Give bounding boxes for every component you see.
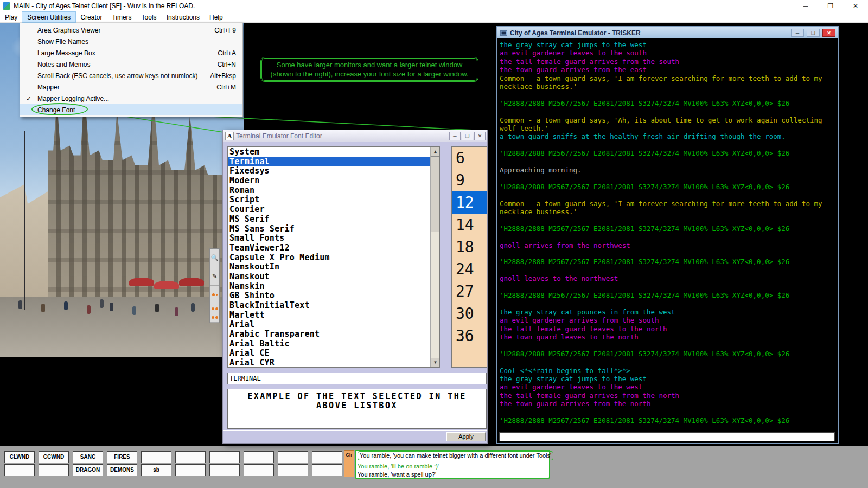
menu-item[interactable]: Creator bbox=[75, 12, 107, 22]
font-list-item[interactable]: NamskoutIn bbox=[228, 262, 430, 272]
macro-button[interactable] bbox=[4, 464, 35, 476]
font-list-item[interactable]: Arial Baltic bbox=[228, 339, 430, 349]
menu-item[interactable]: Timers bbox=[107, 12, 136, 22]
font-list-item[interactable]: TeamViewer12 bbox=[228, 243, 430, 253]
macro-button[interactable] bbox=[175, 451, 206, 463]
terminal-maximize-button[interactable]: ❐ bbox=[807, 29, 820, 37]
size-list-item[interactable]: 24 bbox=[452, 258, 487, 280]
size-list-item[interactable]: 12 bbox=[452, 191, 487, 214]
macro-button[interactable] bbox=[244, 464, 274, 476]
minimize-button[interactable]: ─ bbox=[793, 0, 818, 12]
macro-button[interactable]: CLWND bbox=[4, 451, 35, 463]
macro-button[interactable] bbox=[209, 451, 240, 463]
font-list-item[interactable]: MS Serif bbox=[228, 214, 430, 224]
macro-button[interactable] bbox=[312, 464, 342, 476]
font-list-item[interactable]: Capsule X Pro Medium bbox=[228, 253, 430, 262]
font-list-item[interactable]: GB Shinto bbox=[228, 291, 430, 300]
font-list-item[interactable]: Small Fonts bbox=[228, 233, 430, 243]
menu-entry[interactable]: Change Font bbox=[20, 104, 242, 115]
font-list-item[interactable]: Arial CE bbox=[228, 348, 430, 358]
menu-item[interactable]: Play bbox=[0, 12, 22, 22]
font-list-item[interactable]: Arabic Transparent bbox=[228, 329, 430, 339]
macro-button[interactable] bbox=[209, 464, 240, 476]
menu-item[interactable]: Instructions bbox=[162, 12, 205, 22]
terminal-input[interactable] bbox=[499, 432, 835, 441]
macro-button[interactable]: DEMONS bbox=[107, 464, 137, 476]
menu-entry[interactable]: Notes and Memos Ctrl+N bbox=[20, 59, 242, 70]
menu-bar: Play Screen Utilities Creator Timers Too… bbox=[0, 12, 868, 23]
palette-dots-grid[interactable] bbox=[210, 304, 219, 323]
font-list-item[interactable]: Courier bbox=[228, 204, 430, 214]
macro-button[interactable] bbox=[278, 451, 308, 463]
font-list-item[interactable]: Marlett bbox=[228, 310, 430, 320]
terminal-line: Common - a town guard says, 'I am foreve… bbox=[500, 200, 835, 208]
dialog-close-button[interactable]: ✕ bbox=[474, 132, 486, 140]
macro-button[interactable] bbox=[278, 464, 308, 476]
terminal-line: a town guard sniffs at the healthy fresh… bbox=[500, 132, 835, 140]
font-list-item[interactable]: BlackInitialText bbox=[228, 300, 430, 310]
terminal-line: the tall female guard leaves to the nort… bbox=[500, 325, 835, 333]
macro-button[interactable]: SANC bbox=[73, 451, 103, 463]
menu-item[interactable]: Help bbox=[205, 12, 228, 22]
font-list-item[interactable]: Roman bbox=[228, 185, 430, 195]
scroll-down-icon[interactable]: ▼ bbox=[431, 358, 440, 367]
font-list-item[interactable]: MS Sans Serif bbox=[228, 224, 430, 234]
macro-button[interactable] bbox=[244, 451, 274, 463]
apply-button[interactable]: Apply bbox=[446, 432, 486, 441]
size-list-item[interactable]: 36 bbox=[452, 325, 487, 347]
font-name-input[interactable] bbox=[227, 373, 487, 384]
menu-entry[interactable]: Large Message Box Ctrl+A bbox=[20, 47, 242, 59]
chat-message: You ramble, 'ill be on ramble :)' bbox=[358, 463, 547, 471]
macro-button-column: SANC DRAGON bbox=[73, 451, 103, 477]
menu-entry[interactable]: ✓ Mapper Logging Active... bbox=[20, 93, 242, 104]
font-dialog-titlebar[interactable]: A Terminal Emulator Font Editor ─ ❐ ✕ bbox=[223, 130, 487, 142]
macro-button[interactable]: DRAGON bbox=[73, 464, 103, 476]
menu-entry-shortcut: Ctrl+F9 bbox=[214, 27, 242, 34]
scroll-up-icon[interactable]: ▲ bbox=[431, 147, 440, 156]
font-list-scrollbar[interactable]: ▲ ▼ bbox=[430, 147, 439, 367]
clear-chat-button[interactable]: Clr bbox=[344, 450, 354, 477]
macro-button[interactable] bbox=[312, 451, 342, 463]
terminal-titlebar[interactable]: City of Ages Terminal Emulator - TRISKER… bbox=[497, 27, 838, 38]
terminal-close-button[interactable]: ✕ bbox=[822, 29, 835, 37]
font-list-item[interactable]: Fixedsys bbox=[228, 166, 430, 176]
dialog-minimize-button[interactable]: ─ bbox=[449, 132, 461, 140]
magnifier-icon[interactable]: 🔍 bbox=[210, 249, 219, 267]
menu-entry[interactable]: Show File Names bbox=[20, 36, 242, 47]
palette-dots[interactable] bbox=[210, 286, 219, 304]
font-list-item[interactable]: Arial bbox=[228, 319, 430, 329]
font-list-item[interactable]: System bbox=[228, 147, 430, 157]
size-list-item[interactable]: 6 bbox=[452, 147, 487, 169]
size-list-item[interactable]: 9 bbox=[452, 169, 487, 191]
font-list-item[interactable]: Script bbox=[228, 195, 430, 204]
menu-entry[interactable]: Mapper Ctrl+M bbox=[20, 81, 242, 93]
macro-button[interactable] bbox=[39, 464, 69, 476]
size-list-item[interactable]: 30 bbox=[452, 303, 487, 325]
font-list-item[interactable]: Arial CYR bbox=[228, 358, 430, 368]
font-list-item[interactable]: Namskout bbox=[228, 272, 430, 281]
close-button[interactable]: ✕ bbox=[843, 0, 868, 12]
menu-item[interactable]: Screen Utilities bbox=[22, 12, 75, 22]
font-list-item[interactable]: Namskin bbox=[228, 281, 430, 291]
macro-button[interactable]: FIRES bbox=[107, 451, 137, 463]
font-list-item[interactable]: Modern bbox=[228, 176, 430, 185]
terminal-line bbox=[500, 249, 835, 258]
macro-button[interactable] bbox=[175, 464, 206, 476]
dialog-maximize-button[interactable]: ❐ bbox=[462, 132, 473, 140]
macro-button[interactable]: CCWND bbox=[39, 451, 69, 463]
size-list-item[interactable]: 27 bbox=[452, 280, 487, 303]
terminal-minimize-button[interactable]: ─ bbox=[791, 29, 804, 37]
font-list-item[interactable]: Terminal bbox=[228, 157, 430, 166]
menu-entry[interactable]: Scroll Back (ESC cancels, use arrow keys… bbox=[20, 70, 242, 81]
size-list-item[interactable]: 18 bbox=[452, 236, 487, 258]
size-list-item[interactable]: 14 bbox=[452, 214, 487, 236]
macro-button[interactable]: sb bbox=[141, 464, 171, 476]
terminal-line: Approaching morning. bbox=[500, 166, 835, 174]
macro-button-column bbox=[209, 451, 240, 477]
scrollbar-thumb[interactable] bbox=[431, 156, 440, 232]
macro-button[interactable] bbox=[141, 451, 171, 463]
menu-entry[interactable]: Area Graphics Viewer Ctrl+F9 bbox=[20, 24, 242, 36]
menu-item[interactable]: Tools bbox=[137, 12, 162, 22]
maximize-button[interactable]: ❐ bbox=[818, 0, 843, 12]
pencil-icon[interactable]: ✎ bbox=[210, 267, 219, 286]
